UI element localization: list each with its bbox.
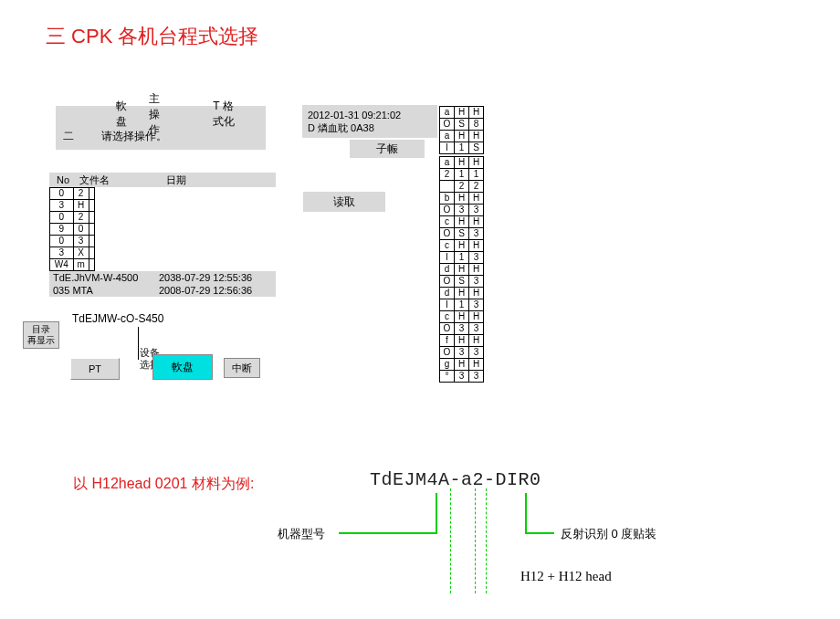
ref-cell: H [469, 193, 484, 205]
datetime-line2: D 燐血耽 0A38 [308, 121, 432, 134]
ref-cell: 2 [455, 181, 469, 193]
ref-cell: H [469, 359, 484, 371]
pt-button[interactable]: PT [70, 358, 120, 380]
head-label: H12 + H12 head [520, 569, 612, 584]
read-button[interactable]: 读取 [303, 192, 385, 212]
menu-format[interactable]: T 格式化 [213, 99, 240, 130]
ref-cell: 3 [455, 323, 469, 335]
example-code: TdEJM4A-a2-DIR0 [370, 469, 541, 490]
ref-cell: c [440, 216, 455, 228]
dash-1 [450, 488, 451, 593]
device-line [138, 327, 139, 360]
dir-redisplay-button[interactable]: 目录再显示 [23, 321, 59, 349]
ref-cell: 3 [469, 228, 484, 240]
file-name: 035 MTA [49, 285, 159, 296]
ref-cell: 1 [455, 169, 469, 181]
ref-cell: 3 [469, 276, 484, 288]
selected-device-file: TdEJMW-cO-S450 [72, 312, 163, 325]
datetime-box: 2012-01-31 09:21:02 D 燐血耽 0A38 [302, 105, 437, 138]
ref-cell: b [440, 193, 455, 205]
ref-cell: 3 [455, 205, 469, 216]
index-cell: X [73, 247, 89, 259]
side-reference-table: aHHOS8aHHI1SaHH21122bHHO33cHHOS3cHHI13dH… [439, 106, 484, 383]
ref-cell: 2 [469, 181, 484, 193]
index-cell: 0 [73, 224, 89, 236]
ref-cell: I [440, 252, 455, 264]
ref-cell: O [440, 119, 455, 131]
ref-cell: 3 [469, 299, 484, 311]
ref-cell: 1 [455, 142, 469, 154]
ref-cell: a [440, 157, 455, 169]
ref-cell: I [440, 299, 455, 311]
file-row[interactable]: TdE.JhVM-W-45002038-07-29 12:55:36 [49, 271, 276, 284]
index-cell: 3 [73, 236, 89, 247]
ref-cell: O [440, 323, 455, 335]
ref-cell: c [440, 240, 455, 252]
floppy-button[interactable]: 軟盘 [152, 354, 213, 380]
ref-cell: d [440, 264, 455, 276]
ref-cell: 8 [469, 119, 484, 131]
ref-cell: O [440, 228, 455, 240]
reflect-label: 反射识别 0 度贴装 [561, 526, 656, 542]
dash-3 [486, 488, 487, 593]
ref-cell: 3 [469, 252, 484, 264]
ref-cell: H [455, 264, 469, 276]
connector-reflect-v [525, 493, 527, 534]
index-cell: H [73, 200, 89, 212]
index-cell: 2 [73, 188, 89, 200]
index-cell [89, 212, 94, 224]
index-cell: 2 [73, 212, 89, 224]
ref-cell: f [440, 335, 455, 347]
index-cell [89, 200, 94, 212]
ref-cell: 2 [440, 169, 455, 181]
stop-button[interactable]: 中断 [224, 358, 260, 378]
ref-cell: a [440, 107, 455, 119]
file-name: TdE.JhVM-W-4500 [49, 272, 159, 283]
ref-cell: O [440, 205, 455, 216]
connector-model-v [436, 493, 437, 534]
ref-cell: c [440, 311, 455, 323]
index-cell [89, 224, 94, 236]
ref-cell: S [469, 142, 484, 154]
index-cell: 0 [50, 212, 74, 224]
ref-cell: 3 [469, 205, 484, 216]
ref-cell: H [455, 107, 469, 119]
file-date: 2008-07-29 12:56:36 [159, 285, 276, 296]
ref-cell: 1 [455, 252, 469, 264]
connector-reflect-h [525, 532, 554, 534]
file-date: 2038-07-29 12:55:36 [159, 272, 276, 283]
ref-cell: O [440, 276, 455, 288]
ref-cell: H [469, 288, 484, 299]
index-cell: 3 [50, 247, 74, 259]
index-cell: 3 [50, 200, 74, 212]
index-cell: 9 [50, 224, 74, 236]
example-label: 以 H12head 0201 材料为例: [73, 475, 254, 494]
ref-cell: H [455, 193, 469, 205]
ref-cell: S [455, 119, 469, 131]
prompt-text: 请选择操作。 [101, 129, 167, 144]
ref-cell: H [469, 157, 484, 169]
ref-cell: 1 [455, 299, 469, 311]
model-label: 机器型号 [278, 526, 325, 542]
ref-cell: H [455, 335, 469, 347]
index-cell [89, 247, 94, 259]
ref-cell: 1 [469, 169, 484, 181]
file-list: No 文件名 日期 02 3H 02 90 03 3X W4m TdE.JhVM… [49, 173, 276, 297]
ref-cell: H [455, 216, 469, 228]
main-panel: 軟盘 主操作 T 格式化 二 请选择操作。 [56, 106, 266, 150]
ref-cell: H [455, 311, 469, 323]
datetime-line1: 2012-01-31 09:21:02 [308, 109, 432, 121]
ref-cell: H [455, 359, 469, 371]
col-no: No [57, 174, 79, 185]
sub-button[interactable]: 子帪 [350, 140, 425, 158]
menu-disk[interactable]: 軟盘 [116, 99, 130, 130]
prompt-num: 二 [63, 129, 74, 144]
dash-2 [475, 488, 476, 593]
index-cell [89, 188, 94, 200]
col-name: 文件名 [79, 173, 166, 187]
ref-cell: I [440, 142, 455, 154]
ref-cell: H [469, 335, 484, 347]
index-cell [89, 236, 94, 247]
file-row[interactable]: 035 MTA2008-07-29 12:56:36 [49, 284, 276, 297]
ref-cell: H [469, 216, 484, 228]
